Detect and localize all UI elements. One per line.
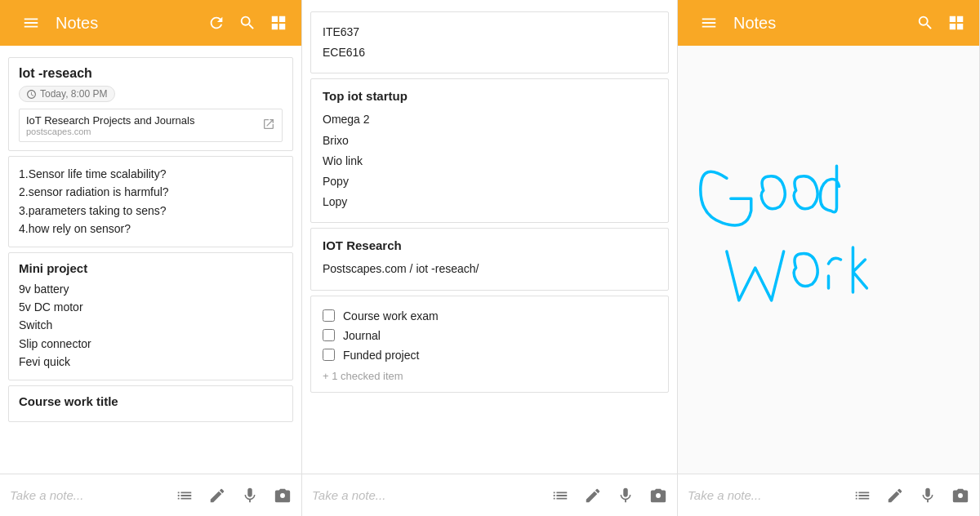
course-work-title: Course work title [19, 394, 283, 408]
list-icon-left[interactable] [176, 487, 194, 505]
mic-icon-left[interactable] [241, 487, 259, 505]
left-note-list: Iot -reseach Today, 8:00 PM IoT Research… [0, 46, 301, 474]
right-panel: Notes [678, 0, 980, 516]
pencil-icon-mid[interactable] [584, 487, 602, 505]
checklist-journal[interactable]: Journal [323, 326, 657, 345]
left-topbar: Notes [0, 0, 301, 46]
camera-icon-right[interactable] [951, 487, 969, 505]
camera-icon-left[interactable] [274, 487, 292, 505]
list-icon-mid[interactable] [551, 487, 569, 505]
iot-research-title: IOT Research [323, 238, 657, 252]
left-bottombar: Take a note... [0, 474, 301, 516]
iot-popy: Popy [323, 171, 657, 192]
checklist-label-funded: Funded project [343, 349, 419, 362]
checked-info: + 1 checked item [323, 370, 657, 382]
checklist-label-course-exam: Course work exam [343, 309, 439, 322]
grid-icon-left[interactable] [267, 11, 290, 34]
checklist-label-journal: Journal [343, 329, 381, 342]
checkbox-course-exam[interactable] [323, 309, 335, 322]
camera-icon-mid[interactable] [649, 487, 667, 505]
right-bottom-icons [853, 487, 969, 505]
iot-brixo: Brixo [323, 131, 657, 151]
drawing-svg [678, 46, 979, 474]
checkbox-funded[interactable] [323, 349, 335, 361]
checklist-course-exam[interactable]: Course work exam [323, 306, 657, 326]
iot-wio: Wio link [323, 151, 657, 171]
checkbox-journal[interactable] [323, 329, 335, 341]
card-iot-research[interactable]: IOT Research Postscapes.com / iot -resea… [310, 228, 669, 290]
note-card-sensor[interactable]: 1.Sensor life time scalability? 2.sensor… [8, 156, 293, 247]
card-top-iot[interactable]: Top iot startup Omega 2 Brixo Wio link P… [310, 78, 669, 223]
link-title: IoT Research Projects and Journals [26, 114, 194, 127]
pencil-icon-left[interactable] [208, 487, 226, 505]
pencil-icon-right[interactable] [886, 487, 904, 505]
note-card-course-work[interactable]: Course work title [8, 385, 293, 422]
left-bottom-icons [176, 487, 292, 505]
menu-icon-right[interactable] [697, 11, 720, 34]
note-card-iot-research[interactable]: Iot -reseach Today, 8:00 PM IoT Research… [8, 57, 293, 151]
middle-bottombar: Take a note... [302, 474, 677, 516]
card-course-codes[interactable]: ITE637 ECE616 [310, 11, 669, 73]
search-icon-right[interactable] [914, 11, 937, 34]
link-domain: postscapes.com [26, 127, 194, 136]
note-card-mini-project[interactable]: Mini project 9v battery 5v DC motor Swit… [8, 252, 293, 380]
menu-icon[interactable] [20, 11, 42, 34]
right-topbar-title: Notes [733, 14, 906, 33]
right-bottombar: Take a note... [678, 474, 979, 516]
note-link-row[interactable]: IoT Research Projects and Journals posts… [19, 109, 283, 142]
timestamp-text: Today, 8:00 PM [40, 88, 108, 100]
mic-icon-mid[interactable] [617, 487, 635, 505]
mic-icon-right[interactable] [919, 487, 937, 505]
course-code-ece: ECE616 [323, 42, 657, 63]
middle-content: ITE637 ECE616 Top iot startup Omega 2 Br… [302, 0, 677, 474]
left-panel: Notes Iot -reseach Today, 8:00 PM IoT Re… [0, 0, 302, 516]
list-icon-right[interactable] [853, 487, 871, 505]
external-link-icon[interactable] [262, 118, 275, 134]
mini-project-title: Mini project [19, 261, 283, 275]
iot-research-body: Postscapes.com / iot -reseach/ [323, 259, 657, 279]
drawing-area[interactable] [678, 46, 979, 474]
grid-icon-right[interactable] [945, 11, 968, 34]
note-title-iot: Iot -reseach [19, 66, 283, 81]
iot-lopy: Lopy [323, 192, 657, 212]
course-code-ite: ITE637 [323, 22, 657, 42]
checklist-funded[interactable]: Funded project [323, 345, 657, 365]
refresh-icon[interactable] [205, 11, 228, 34]
mini-project-body: 9v battery 5v DC motor Switch Slip conne… [19, 280, 283, 371]
right-placeholder[interactable]: Take a note... [688, 488, 853, 502]
sensor-body: 1.Sensor life time scalability? 2.sensor… [19, 165, 283, 238]
left-placeholder[interactable]: Take a note... [10, 488, 176, 502]
top-iot-title: Top iot startup [323, 89, 657, 103]
middle-panel: ITE637 ECE616 Top iot startup Omega 2 Br… [302, 0, 678, 516]
iot-omega: Omega 2 [323, 109, 657, 130]
search-icon-left[interactable] [236, 11, 259, 34]
left-topbar-title: Notes [56, 14, 197, 33]
note-timestamp: Today, 8:00 PM [19, 86, 115, 102]
middle-bottom-icons [551, 487, 667, 505]
card-checklist[interactable]: Course work exam Journal Funded project … [310, 296, 669, 393]
middle-placeholder[interactable]: Take a note... [312, 488, 551, 502]
right-topbar: Notes [678, 0, 979, 46]
